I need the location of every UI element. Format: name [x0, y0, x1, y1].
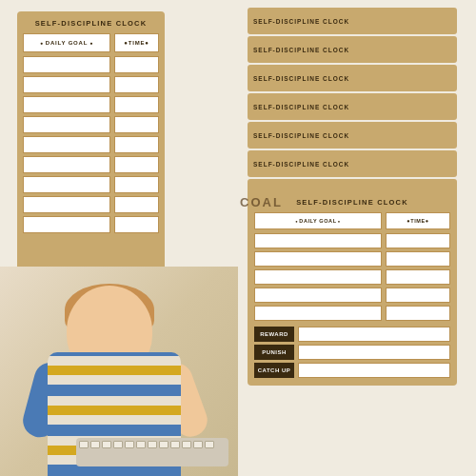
left-clock-card: SELF-DISCIPLINE CLOCK ● DAILY GOAL ● ● T…	[17, 11, 165, 307]
table-row	[23, 156, 159, 173]
stacked-card-3: SELF-DISCIPLINE CLOCK	[248, 65, 457, 91]
keyboard	[76, 438, 228, 466]
time-cell	[386, 306, 450, 321]
stacked-cards-container: SELF-DISCIPLINE CLOCK SELF-DISCIPLINE CL…	[248, 8, 457, 208]
catch-up-row: CATCH UP	[254, 363, 450, 378]
key	[170, 441, 180, 448]
reward-row: REWARD	[254, 327, 450, 342]
stacked-title-1: SELF-DISCIPLINE CLOCK	[253, 18, 349, 25]
stacked-title-5: SELF-DISCIPLINE CLOCK	[253, 132, 349, 139]
time-cell	[114, 56, 159, 73]
catch-up-input	[298, 363, 450, 378]
key	[79, 441, 89, 448]
stacked-card-4: SELF-DISCIPLINE CLOCK	[248, 93, 457, 120]
dot-right-icon: ●	[89, 40, 93, 46]
punish-label: PUNISH	[254, 345, 294, 360]
left-goal-label: DAILY GOAL	[46, 40, 88, 46]
main-container: SELF-DISCIPLINE CLOCK ● DAILY GOAL ● ● T…	[0, 0, 476, 476]
goal-cell	[254, 306, 382, 321]
right-time-header: ● TIME ●	[386, 212, 450, 229]
table-row	[23, 76, 159, 93]
left-time-label: TIME	[129, 40, 146, 46]
punish-row: PUNISH	[254, 345, 450, 360]
goal-cell	[254, 251, 382, 267]
right-card-title: SELF-DISCIPLINE CLOCK	[254, 198, 450, 207]
time-cell	[114, 156, 159, 173]
table-row	[23, 116, 159, 133]
table-row	[254, 233, 450, 248]
stacked-card-2: SELF-DISCIPLINE CLOCK	[248, 36, 457, 63]
goal-cell	[23, 136, 110, 153]
key	[205, 441, 214, 448]
time-cell	[386, 233, 450, 248]
punish-input	[298, 345, 450, 360]
table-row	[254, 269, 450, 285]
goal-cell	[23, 56, 110, 73]
goal-cell	[254, 233, 382, 248]
goal-cell	[23, 176, 110, 193]
table-row	[23, 56, 159, 73]
child-photo	[0, 267, 238, 476]
key	[193, 441, 203, 448]
catch-up-label: CATCH UP	[254, 363, 294, 378]
key	[159, 441, 169, 448]
key	[125, 441, 134, 448]
coal-text: COAL	[240, 195, 283, 209]
stacked-title-2: SELF-DISCIPLINE CLOCK	[253, 47, 349, 53]
right-dot1: ●	[295, 219, 298, 224]
time-cell	[114, 196, 159, 213]
goal-cell	[23, 216, 110, 233]
reward-label: REWARD	[254, 327, 294, 342]
left-time-header: ● TIME ●	[114, 33, 159, 52]
stacked-title-6: SELF-DISCIPLINE CLOCK	[253, 161, 349, 168]
goal-cell	[23, 116, 110, 133]
right-goal-header: ● DAILY GOAL ●	[254, 212, 382, 229]
time-cell	[114, 176, 159, 193]
goal-cell	[23, 76, 110, 93]
goal-cell	[23, 96, 110, 113]
table-row	[23, 176, 159, 193]
goal-cell	[254, 269, 382, 285]
time-cell	[386, 251, 450, 267]
stacked-card-5: SELF-DISCIPLINE CLOCK	[248, 122, 457, 149]
table-row	[254, 288, 450, 303]
child-figure	[19, 276, 209, 476]
dot-left-icon: ●	[40, 40, 44, 46]
table-row	[23, 196, 159, 213]
time-cell	[114, 136, 159, 153]
reward-section: REWARD PUNISH CATCH UP	[254, 327, 450, 378]
stacked-card-6: SELF-DISCIPLINE CLOCK	[248, 150, 457, 177]
stacked-card-1: SELF-DISCIPLINE CLOCK	[248, 8, 457, 34]
key	[90, 441, 100, 448]
right-dot2: ●	[338, 219, 341, 224]
key	[102, 441, 111, 448]
right-header-row: ● DAILY GOAL ● ● TIME ●	[254, 212, 450, 229]
key	[182, 441, 191, 448]
right-time-bullet2: ●	[426, 218, 429, 224]
time-cell	[386, 269, 450, 285]
table-row	[23, 96, 159, 113]
table-row	[23, 216, 159, 233]
time-cell	[386, 288, 450, 303]
table-row	[254, 251, 450, 267]
table-row	[254, 306, 450, 321]
left-time-bullet2: ●	[145, 40, 149, 46]
time-cell	[114, 76, 159, 93]
right-goal-label: DAILY GOAL	[299, 218, 336, 224]
key	[136, 441, 146, 448]
stacked-title-4: SELF-DISCIPLINE CLOCK	[253, 104, 349, 110]
right-time-label: TIME	[410, 218, 426, 224]
table-row	[23, 136, 159, 153]
goal-cell	[23, 156, 110, 173]
time-cell	[114, 96, 159, 113]
left-card-title: SELF-DISCIPLINE CLOCK	[23, 19, 159, 28]
right-front-clock-card: SELF-DISCIPLINE CLOCK ● DAILY GOAL ● ● T…	[248, 190, 457, 386]
goal-cell	[23, 196, 110, 213]
goal-cell	[254, 288, 382, 303]
left-data-rows	[23, 56, 159, 233]
right-data-rows	[254, 233, 450, 321]
time-cell	[114, 116, 159, 133]
time-cell	[114, 216, 159, 233]
left-header-row: ● DAILY GOAL ● ● TIME ●	[23, 33, 159, 52]
key	[113, 441, 123, 448]
